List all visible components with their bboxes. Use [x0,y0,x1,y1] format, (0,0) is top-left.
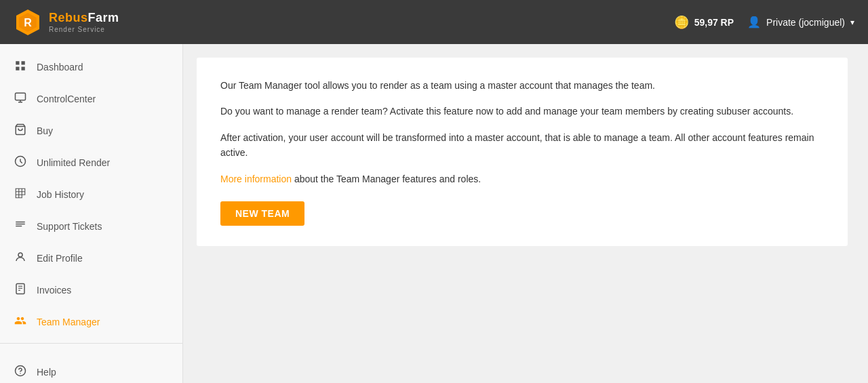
support-tickets-label: Support Tickets [37,221,102,232]
svg-rect-3 [16,61,19,64]
job-history-label: Job History [37,189,84,200]
sidebar-item-dashboard[interactable]: Dashboard [0,51,182,83]
svg-rect-5 [16,67,19,70]
sidebar: Dashboard ControlCenter Buy Unlimited Re… [0,44,183,383]
paragraph-1: Our Team Manager tool allows you to rend… [220,78,824,93]
content-area: Our Team Manager tool allows you to rend… [183,44,868,383]
user-name: Private (jocmiguel) [766,17,845,28]
logo-text: RebusFarm Render Service [49,11,119,33]
invoices-label: Invoices [37,285,71,296]
sidebar-divider [0,343,182,344]
monitor-icon [14,92,27,106]
balance-area: 🪙 59,97 RP [674,15,734,30]
svg-rect-6 [22,67,25,70]
sidebar-item-job-history[interactable]: Job History [0,178,182,210]
more-info-link[interactable]: More information [220,174,292,184]
new-team-button[interactable]: NEW TEAM [220,201,304,226]
svg-rect-4 [22,61,25,64]
logo-icon: R [14,8,42,37]
controlcenter-label: ControlCenter [37,94,96,104]
svg-text:R: R [24,17,32,28]
unlimited-icon [14,155,27,169]
history-icon [14,187,27,201]
sidebar-item-buy[interactable]: Buy [0,115,182,146]
coin-icon: 🪙 [674,15,689,30]
team-manager-label: Team Manager [37,317,100,327]
logo-brand: RebusFarm [49,11,119,26]
more-info-suffix: about the Team Manager features and role… [292,174,481,184]
sidebar-item-controlcenter[interactable]: ControlCenter [0,83,182,115]
team-icon [14,315,27,329]
logo-subtitle: Render Service [49,26,119,33]
balance-amount: 59,97 RP [694,17,734,28]
sidebar-nav: Dashboard ControlCenter Buy Unlimited Re… [0,51,182,349]
main-layout: Dashboard ControlCenter Buy Unlimited Re… [0,44,868,383]
sidebar-item-edit-profile[interactable]: Edit Profile [0,242,182,274]
sidebar-item-invoices[interactable]: Invoices [0,274,182,306]
user-menu[interactable]: 👤 Private (jocmiguel) ▾ [747,16,854,28]
buy-label: Buy [37,125,53,136]
app-header: R RebusFarm Render Service 🪙 59,97 RP 👤 … [0,0,868,44]
profile-icon [14,251,27,265]
logo: R RebusFarm Render Service [14,8,119,37]
more-info-paragraph: More information about the Team Manager … [220,172,824,186]
dashboard-label: Dashboard [37,62,83,73]
team-manager-card: Our Team Manager tool allows you to rend… [197,58,848,246]
header-right: 🪙 59,97 RP 👤 Private (jocmiguel) ▾ [674,15,854,30]
user-icon: 👤 [747,16,761,28]
edit-profile-label: Edit Profile [37,253,83,264]
invoices-icon [14,283,27,297]
svg-rect-16 [16,284,24,294]
sidebar-item-unlimited-render[interactable]: Unlimited Render [0,146,182,178]
sidebar-item-support-tickets[interactable]: Support Tickets [0,210,182,242]
help-icon [14,365,27,379]
unlimited-render-label: Unlimited Render [37,157,110,168]
dashboard-icon [14,60,27,74]
paragraph-2: Do you want to manage a render team? Act… [220,104,824,119]
svg-rect-7 [16,93,26,100]
cart-icon [14,123,27,138]
tickets-icon [14,219,27,233]
chevron-down-icon: ▾ [850,18,854,27]
svg-point-15 [18,253,22,257]
paragraph-3: After activation, your user account will… [220,130,824,161]
sidebar-item-team-manager[interactable]: Team Manager [0,306,182,338]
sidebar-item-help[interactable]: Help [0,356,182,383]
sidebar-bottom: Help V 2.10 [0,349,182,383]
help-label: Help [37,367,56,378]
